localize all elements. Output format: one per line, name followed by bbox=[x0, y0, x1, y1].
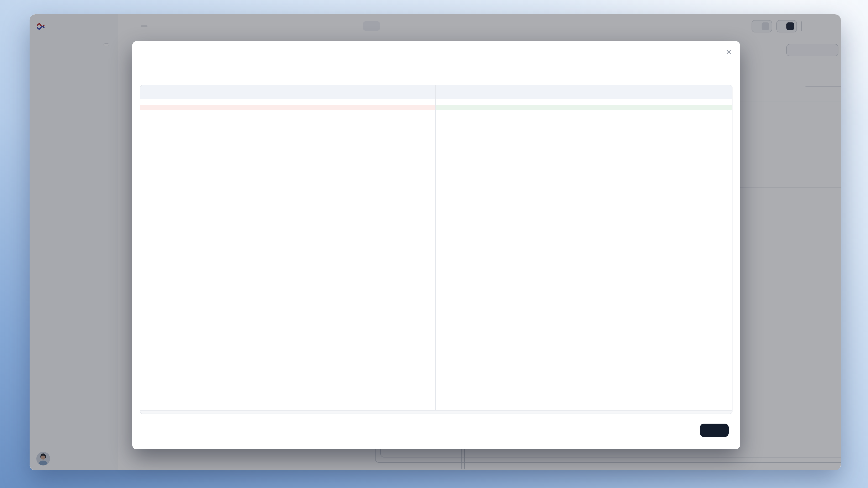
original-output-code[interactable] bbox=[140, 99, 435, 414]
original-output-header bbox=[140, 86, 435, 99]
diff-body bbox=[140, 99, 732, 414]
added-line bbox=[436, 105, 732, 110]
corrected-output-code[interactable] bbox=[435, 99, 732, 414]
diff-header bbox=[140, 86, 732, 99]
modal-close-icon[interactable] bbox=[725, 48, 732, 55]
close-button[interactable] bbox=[700, 424, 728, 437]
corrected-output-header bbox=[435, 86, 732, 99]
diff-panel bbox=[140, 85, 733, 414]
removed-line bbox=[140, 105, 435, 110]
screen: ⌕ bbox=[0, 0, 868, 488]
output-correction-diff-modal bbox=[132, 41, 740, 449]
horizontal-scrollbar[interactable] bbox=[140, 410, 732, 414]
